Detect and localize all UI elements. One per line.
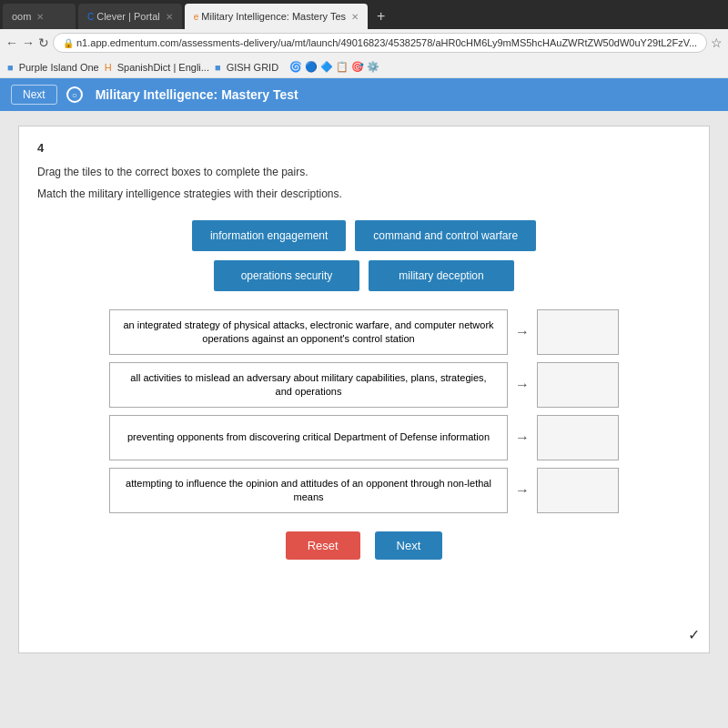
- instruction-drag: Drag the tiles to the correct boxes to c…: [37, 164, 691, 180]
- bookmarks-icon[interactable]: ☆: [711, 35, 723, 50]
- lock-icon: 🔒: [63, 38, 74, 48]
- bookmark-icon-2: H: [105, 62, 112, 73]
- match-row-3: preventing opponents from discovering cr…: [109, 415, 619, 460]
- match-row-2: all activities to mislead an adversary a…: [109, 362, 619, 408]
- reload-icon[interactable]: ↻: [38, 35, 49, 50]
- nav-circle-icon: ○: [66, 86, 83, 103]
- edmentum-icon: e: [194, 12, 199, 22]
- nav-bar: Next ○ Military Intelligence: Mastery Te…: [0, 78, 728, 111]
- arrow-icon-1: →: [515, 324, 530, 340]
- match-target-4[interactable]: [537, 468, 619, 513]
- nav-title: Military Intelligence: Mastery Test: [96, 87, 298, 102]
- tiles-area: information engagement command and contr…: [136, 220, 592, 291]
- tab-close-military[interactable]: ✕: [351, 12, 359, 22]
- tab-clever[interactable]: C Clever | Portal ✕: [78, 4, 182, 29]
- description-2: all activities to mislead an adversary a…: [109, 362, 508, 408]
- bookmark-icon-3: ■: [215, 62, 221, 73]
- cursor-indicator: ✓: [688, 626, 700, 643]
- match-target-2[interactable]: [537, 362, 619, 408]
- match-target-1[interactable]: [537, 309, 619, 355]
- next-button-bottom[interactable]: Next: [375, 531, 443, 560]
- tab-close-clever[interactable]: ✕: [166, 12, 173, 22]
- question-card: 4 Drag the tiles to the correct boxes to…: [18, 126, 710, 653]
- tab-add-button[interactable]: +: [371, 6, 390, 26]
- match-row-1: an integrated strategy of physical attac…: [109, 309, 619, 355]
- bookmark-bar: ■ Purple Island One H SpanishDict | Engl…: [0, 56, 728, 78]
- clever-icon: C: [87, 12, 94, 22]
- match-row-4: attempting to influence the opinion and …: [109, 468, 619, 513]
- description-3: preventing opponents from discovering cr…: [109, 415, 508, 460]
- description-1: an integrated strategy of physical attac…: [109, 309, 508, 355]
- bookmark-more-icons: 🌀 🔵 🔷 📋 🎯 ⚙️: [289, 61, 379, 73]
- bookmark-gish-grid[interactable]: GISH GRID: [227, 62, 278, 73]
- tile-operations-security[interactable]: operations security: [214, 260, 359, 291]
- arrow-icon-2: →: [515, 377, 530, 393]
- tile-information-engagement[interactable]: information engagement: [192, 220, 346, 251]
- address-bar[interactable]: 🔒 n1.app.edmentum.com/assessments-delive…: [53, 33, 707, 53]
- bookmark-spanish-dict[interactable]: SpanishDict | Engli...: [117, 62, 209, 73]
- forward-icon[interactable]: →: [22, 35, 35, 50]
- arrow-icon-4: →: [515, 482, 530, 499]
- question-number: 4: [37, 141, 691, 155]
- matching-area: an integrated strategy of physical attac…: [109, 309, 619, 513]
- main-content: 4 Drag the tiles to the correct boxes to…: [0, 111, 728, 728]
- description-4: attempting to influence the opinion and …: [109, 468, 508, 513]
- arrow-icon-3: →: [515, 430, 530, 446]
- tile-military-deception[interactable]: military deception: [369, 260, 514, 291]
- tile-command-control[interactable]: command and control warfare: [355, 220, 536, 251]
- match-target-3[interactable]: [537, 415, 619, 460]
- tab-close-oom[interactable]: ✕: [36, 12, 44, 22]
- tab-military[interactable]: e Military Intelligence: Mastery Tes ✕: [185, 4, 368, 29]
- bookmark-purple-island[interactable]: Purple Island One: [19, 62, 99, 73]
- tab-bar: oom ✕ C Clever | Portal ✕ e Military Int…: [0, 0, 728, 29]
- tab-oom[interactable]: oom ✕: [3, 4, 76, 29]
- bookmark-icon-1: ■: [7, 62, 14, 73]
- address-bar-row: ← → ↻ 🔒 n1.app.edmentum.com/assessments-…: [0, 29, 728, 56]
- nav-next-button[interactable]: Next: [11, 85, 57, 105]
- back-icon[interactable]: ←: [5, 35, 18, 50]
- bottom-buttons: Reset Next: [37, 531, 691, 560]
- instruction-match: Match the military intelligence strategi…: [37, 186, 691, 202]
- reset-button[interactable]: Reset: [286, 531, 360, 560]
